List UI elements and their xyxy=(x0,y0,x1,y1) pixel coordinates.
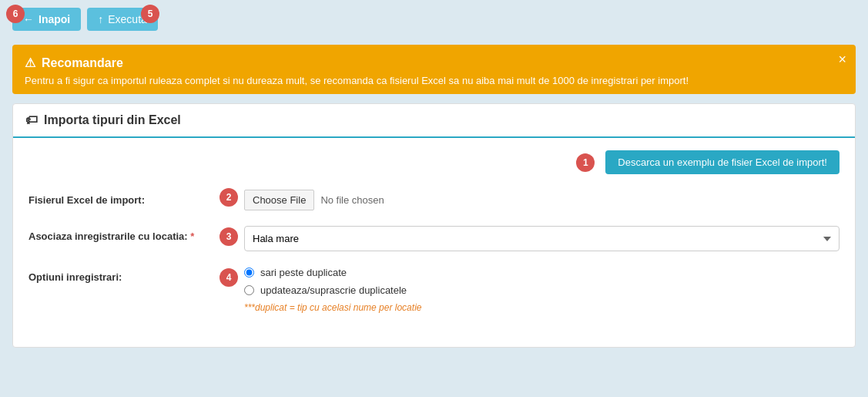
card-header-label: Importa tipuri din Excel xyxy=(44,113,181,127)
locatia-select[interactable]: Hala mare xyxy=(244,226,840,251)
badge-fisier: 2 xyxy=(220,188,238,207)
radio-update[interactable] xyxy=(244,285,254,295)
back-label: Inapoi xyxy=(39,13,70,25)
fisier-row: Fisierul Excel de import: 2 Choose File … xyxy=(28,190,840,210)
optiuni-label: Optiuni inregistrari: xyxy=(28,267,244,283)
radio-update-option[interactable]: updateaza/suprascrie duplicatele xyxy=(244,284,840,296)
alert-text: Pentru a fi sigur ca importul ruleaza co… xyxy=(25,75,843,86)
badge-optiuni: 4 xyxy=(220,268,238,287)
tag-icon: 🏷 xyxy=(25,113,38,127)
toolbar: 6 ← Inapoi 5 ↑ Executa xyxy=(0,0,868,39)
asociaza-control: 3 Hala mare xyxy=(244,226,840,251)
radio-sari-label: sari peste duplicate xyxy=(260,267,347,278)
optiuni-control: 4 sari peste duplicate updateaza/suprasc… xyxy=(244,267,840,313)
alert-title: ⚠ Recomandare xyxy=(25,56,843,70)
fisier-label: Fisierul Excel de import: xyxy=(28,190,244,206)
arrow-left-icon: ← xyxy=(23,13,34,25)
asociaza-row: Asociaza inregistrarile cu locatia: * 3 … xyxy=(28,226,840,251)
badge-back: 6 xyxy=(6,5,25,23)
upload-icon: ↑ xyxy=(98,13,103,25)
required-marker: * xyxy=(190,230,194,242)
asociaza-label: Asociaza inregistrarile cu locatia: * xyxy=(28,226,244,242)
radio-update-label: updateaza/suprascrie duplicatele xyxy=(260,284,407,296)
card-body: 1 Descarca un exemplu de fisier Excel de… xyxy=(13,138,855,347)
alert-close-button[interactable]: × xyxy=(838,52,846,66)
badge-asociaza: 3 xyxy=(220,227,238,246)
badge-download: 1 xyxy=(576,153,595,172)
fisier-control: 2 Choose File No file chosen xyxy=(244,190,840,210)
card-header: 🏷 Importa tipuri din Excel xyxy=(13,104,855,138)
badge-executa: 5 xyxy=(141,5,159,23)
alert-warning: ⚠ Recomandare Pentru a fi sigur ca impor… xyxy=(12,45,856,94)
choose-file-label[interactable]: Choose File xyxy=(244,190,314,210)
main-card: 🏷 Importa tipuri din Excel 1 Descarca un… xyxy=(12,103,856,348)
warning-icon: ⚠ xyxy=(25,56,35,70)
download-excel-button[interactable]: Descarca un exemplu de fisier Excel de i… xyxy=(605,150,840,174)
optiuni-row: Optiuni inregistrari: 4 sari peste dupli… xyxy=(28,267,840,313)
radio-sari[interactable] xyxy=(244,267,254,278)
file-input-row: Choose File No file chosen xyxy=(244,190,840,210)
radio-group: sari peste duplicate updateaza/suprascri… xyxy=(244,267,840,296)
radio-sari-option[interactable]: sari peste duplicate xyxy=(244,267,840,278)
no-file-text: No file chosen xyxy=(320,194,384,206)
download-row: 1 Descarca un exemplu de fisier Excel de… xyxy=(28,150,840,174)
duplicate-note: ***duplicat = tip cu acelasi nume per lo… xyxy=(244,302,840,313)
